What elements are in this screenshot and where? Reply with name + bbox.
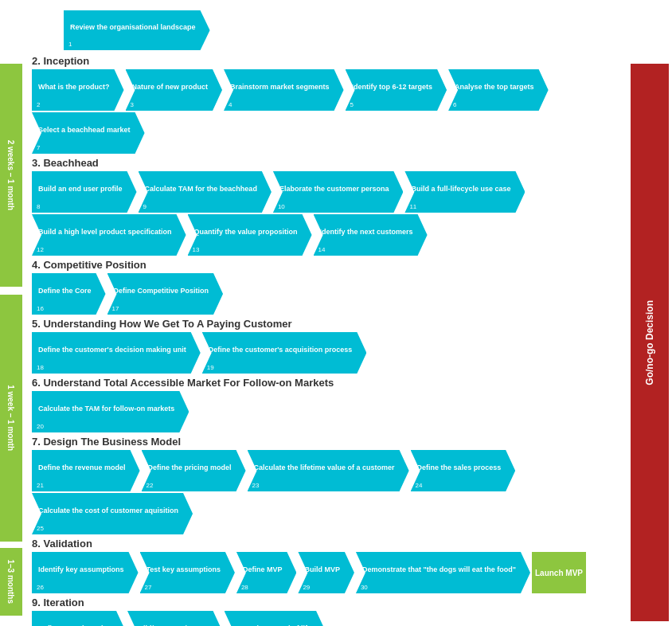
step-23[interactable]: Calculate the lifetime value of a custom…	[248, 450, 409, 491]
step-1[interactable]: Review the organisational landscape 1	[64, 10, 210, 50]
step-4[interactable]: Brainstorm market segments 4	[224, 69, 344, 111]
step-29[interactable]: Build MVP 29	[298, 552, 354, 593]
step-12[interactable]: Build a high level product specification…	[32, 214, 186, 256]
step-24[interactable]: Define the sales process 24	[411, 450, 516, 491]
side-label-1-3months: 1–3 months	[0, 548, 22, 616]
step-7[interactable]: Select a beachhead market 7	[32, 112, 145, 154]
section-6: 6. Understand Total Accessible Market Fo…	[32, 377, 619, 432]
step-8[interactable]: Build an end user profile 8	[32, 171, 137, 213]
launch-mvp[interactable]: Launch MVP	[532, 552, 586, 593]
section-6-steps: Calculate the TAM for follow-on markets …	[32, 391, 619, 432]
section-6-heading: 6. Understand Total Accessible Market Fo…	[32, 377, 619, 389]
section-7-heading: 7. Design The Business Model	[32, 436, 619, 448]
go-nogo-label: Go/no-go Decision	[644, 300, 655, 385]
side-label-1week: 1 week – 1 month	[0, 295, 22, 542]
section-4-steps: Define the Core 16 Define Competitive Po…	[32, 273, 619, 315]
step-10[interactable]: Elaborate the customer persona 10	[273, 171, 404, 213]
step-5[interactable]: Identify top 6-12 targets 5	[346, 69, 447, 111]
section-9-steps: Define a product plan 31 Build/ Measure/…	[32, 611, 619, 626]
section-3-steps: Build an end user profile 8 Calculate TA…	[32, 171, 619, 256]
go-nogo-bar: Go/no-go Decision	[631, 64, 669, 621]
step-20[interactable]: Calculate the TAM for follow-on markets …	[32, 391, 189, 432]
step-11[interactable]: Build a full-lifecycle use case 11	[404, 171, 525, 213]
step-14[interactable]: Identify the next customers 14	[314, 214, 428, 256]
step-32[interactable]: Build/ Measure/ Learn 32	[127, 611, 223, 626]
step-22[interactable]: Define the pricing model 22	[142, 450, 246, 491]
step-2[interactable]: What is the product? 2	[32, 69, 124, 111]
top-step-row: Review the organisational landscape 1	[64, 10, 619, 50]
step-9[interactable]: Calculate TAM for the beachhead 9	[139, 171, 272, 213]
section-4: 4. Competitive Position Define the Core …	[32, 259, 619, 315]
section-8-steps: Identify key assumptions 26 Test key ass…	[32, 552, 619, 593]
side-label-2weeks: 2 weeks – 1 month	[0, 64, 22, 287]
step-18[interactable]: Define the customer's decision making un…	[32, 332, 201, 374]
step-33[interactable]: Sunsetting & End of life 33	[225, 611, 326, 626]
section-8: 8. Validation Identify key assumptions 2…	[32, 538, 619, 593]
section-9-heading: 9. Iteration	[32, 597, 619, 608]
step-13[interactable]: Quantify the value proposition 13	[188, 214, 312, 256]
section-2: 2. Inception What is the product? 2 Natu…	[32, 55, 619, 154]
step-27[interactable]: Test key assumptions 27	[140, 552, 235, 593]
step-25[interactable]: Calculate the cost of customer aquisitio…	[32, 493, 193, 534]
section-7: 7. Design The Business Model Define the …	[32, 436, 619, 534]
section-9: 9. Iteration Define a product plan 31 Bu…	[32, 597, 619, 626]
section-5-steps: Define the customer's decision making un…	[32, 332, 619, 374]
step-30[interactable]: Demonstrate that "the dogs will eat the …	[356, 552, 530, 593]
section-2-heading: 2. Inception	[32, 55, 619, 67]
section-2-steps: What is the product? 2 Nature of new pro…	[32, 69, 619, 154]
step-28[interactable]: Define MVP 28	[236, 552, 297, 593]
section-3-heading: 3. Beachhead	[32, 157, 619, 169]
section-3: 3. Beachhead Build an end user profile 8…	[32, 157, 619, 256]
section-7-steps: Define the revenue model 21 Define the p…	[32, 450, 619, 534]
section-5-heading: 5. Understanding How We Get To A Paying …	[32, 318, 619, 330]
step-19[interactable]: Define the customer's acquisition proces…	[202, 332, 367, 374]
section-4-heading: 4. Competitive Position	[32, 259, 619, 271]
section-5: 5. Understanding How We Get To A Paying …	[32, 318, 619, 374]
step-16[interactable]: Define the Core 16	[32, 273, 106, 315]
step-3[interactable]: Nature of new product 3	[126, 69, 223, 111]
step-26[interactable]: Identify key assumptions 26	[32, 552, 139, 593]
section-8-heading: 8. Validation	[32, 538, 619, 550]
step-6[interactable]: Analyse the top targets 6	[448, 69, 549, 111]
step-21[interactable]: Define the revenue model 21	[32, 450, 140, 491]
step-17[interactable]: Define Competitive Position 17	[107, 273, 224, 315]
step-31[interactable]: Define a product plan 31	[32, 611, 126, 626]
